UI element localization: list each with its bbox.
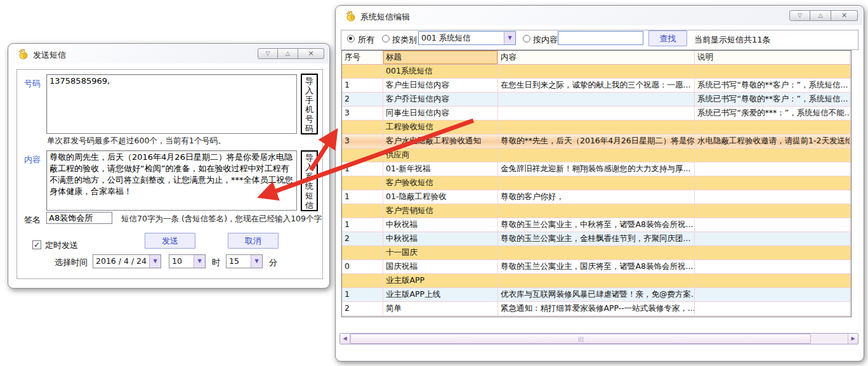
cell-no: 1 (342, 218, 383, 232)
schedule-checkbox[interactable]: ✓ (32, 240, 41, 249)
close-button[interactable]: ✕ (298, 48, 324, 59)
minimize-button[interactable]: ▽ (789, 10, 810, 21)
category-combobox[interactable]: 001 系统短信 ▼ (418, 31, 516, 45)
content-search-input[interactable] (558, 31, 643, 45)
hour-combobox[interactable]: 10 ▼ (169, 254, 206, 268)
message-row[interactable]: 101-新年祝福金兔辞旧祥龙迎新！翱翔装饰感谢您的大力支持与厚... (342, 162, 851, 176)
table-header-row: 序号 标题 内容 说明 (342, 51, 851, 65)
filter-category-radio[interactable] (382, 35, 390, 42)
category-row[interactable]: 客户验收短信 (342, 176, 851, 190)
system-sms-editor-window: 系统短信编辑 ▽ △ ✕ 所有 按类别 001 系统短信 ▼ 按内容 查找 当前… (335, 5, 864, 362)
cancel-button[interactable]: 取消 (228, 233, 279, 249)
cell-note: 水电隐蔽工程验收邀请，请提前1-2天发送给... (695, 134, 850, 148)
date-combobox[interactable]: 2016 / 4 / 24 ▼ (93, 254, 161, 268)
maximize-button[interactable]: △ (810, 10, 831, 21)
scroll-right-icon[interactable]: ▶ (848, 334, 858, 344)
cell-note (695, 288, 850, 302)
message-row[interactable]: 2中秋祝福尊敬的玉兰公寓业主，金桂飘香佳节到，齐聚同庆团... (342, 232, 851, 246)
cell-title: 客户水电隐蔽工程验收通知 (383, 134, 498, 148)
cell-note: 系统已书写“亲爱的***：”，系统短信不能... (695, 107, 850, 121)
column-header-title[interactable]: 标题 (383, 51, 498, 65)
minimize-button[interactable]: ▽ (258, 48, 278, 59)
cell-no: 2 (342, 302, 383, 316)
chevron-down-icon[interactable]: ▼ (149, 255, 161, 268)
column-header-content[interactable]: 内容 (498, 51, 695, 65)
cell-title: 中秋祝福 (383, 232, 498, 246)
maximize-button[interactable]: △ (278, 48, 298, 59)
chevron-down-icon[interactable]: ▼ (194, 255, 205, 268)
close-button[interactable]: ✕ (831, 10, 858, 21)
cell-title: 业主版APP上线 (383, 288, 498, 302)
horizontal-scrollbar[interactable]: ◀ ▶ (339, 333, 858, 344)
system-sms-table: 序号 标题 内容 说明 001系统短信1客户生日短信内容在您生日到来之际，诚挚的… (341, 50, 852, 317)
sms-content-input[interactable] (46, 150, 297, 211)
cell-no: 1 (342, 162, 383, 176)
scrollbar-track[interactable] (811, 334, 848, 344)
cell-note (695, 204, 850, 218)
schedule-checkbox-label: 定时发送 (45, 240, 78, 251)
cell-no: 2 (342, 93, 383, 107)
message-row[interactable]: 0国庆祝福尊敬的玉兰公寓业主，国庆将至，诸暨A8装饰会所祝... (342, 260, 851, 274)
cell-no: 1 (342, 288, 383, 302)
message-row[interactable]: 3客户水电隐蔽工程验收通知尊敬的**先生，后天（2016年4月26日星期二）将是… (342, 134, 851, 148)
cell-note: 系统已书写“尊敬的**客户：”，系统短信... (695, 79, 850, 93)
message-row[interactable]: 1业主版APP上线优衣库与互联网装修风暴已肆虐诸暨！亲，免@费方案... (342, 288, 851, 302)
category-row[interactable]: 供应商 (342, 148, 851, 162)
message-row[interactable]: 1中秋祝福尊敬的玉兰公寓业主，中秋将至，诸暨A8装饰会所祝... (342, 218, 851, 232)
editor-window-titlebar[interactable]: 系统短信编辑 ▽ △ ✕ (336, 6, 863, 25)
cell-no (342, 176, 383, 190)
cell-note (695, 246, 850, 260)
send-window-titlebar[interactable]: 发送短信 ▽ △ ✕ (9, 44, 329, 63)
cell-note (695, 121, 850, 134)
hour-value: 10 (169, 255, 194, 268)
cell-note (695, 162, 850, 176)
filter-content-label: 按内容 (533, 34, 558, 46)
chevron-down-icon[interactable]: ▼ (504, 32, 515, 44)
send-button[interactable]: 发送 (145, 233, 195, 249)
cell-content: 优衣库与互联网装修风暴已肆虐诸暨！亲，免@费方案... (498, 288, 695, 302)
column-header-no[interactable]: 序号 (342, 51, 383, 65)
cell-note (695, 190, 850, 204)
import-system-sms-button[interactable]: 导入系统短信 (301, 150, 318, 211)
category-row[interactable]: 工程验收短信 (342, 121, 851, 134)
import-phone-numbers-button[interactable]: 导入手机号码 (301, 74, 318, 134)
message-row[interactable]: 101-隐蔽工程验收尊敬的客户你好， (342, 190, 851, 204)
scroll-left-icon[interactable]: ◀ (340, 334, 350, 344)
scrollbar-thumb[interactable] (350, 334, 811, 344)
cell-content (498, 204, 695, 218)
select-time-label: 选择时间 (55, 257, 88, 268)
send-window-title: 发送短信 (33, 49, 66, 61)
cell-no (342, 65, 383, 79)
cell-no: 0 (342, 260, 383, 274)
filter-content-radio[interactable] (523, 35, 530, 42)
message-row[interactable]: 2简单紧急通知：精打细算爱家装修APP--一站式装修专家，... (342, 302, 851, 316)
message-row[interactable]: 3同事生日短信内容系统已书写“亲爱的***：”，系统短信不能... (342, 107, 851, 121)
cell-title: 同事生日短信内容 (383, 107, 498, 121)
signature-label: 签名 (24, 214, 41, 226)
cell-no (342, 148, 383, 162)
filter-all-radio[interactable] (347, 35, 355, 42)
cell-title: 国庆祝福 (383, 260, 498, 274)
category-row[interactable]: 客户营销短信 (342, 204, 851, 218)
phone-numbers-input[interactable] (46, 74, 297, 134)
message-row[interactable]: 2客户乔迁短信内容系统已书写“尊敬的**客户：”，系统短信... (342, 93, 851, 107)
category-row[interactable]: 十一国庆 (342, 246, 851, 260)
content-label: 内容 (24, 154, 41, 166)
column-header-note[interactable]: 说明 (695, 51, 850, 65)
cell-note (695, 260, 850, 274)
message-row[interactable]: 1客户生日短信内容在您生日到来之际，诚挚的献上我的三个祝愿：一愿...系统已书写… (342, 79, 851, 93)
signature-input[interactable] (46, 212, 112, 224)
chick-app-icon (345, 10, 357, 22)
category-row[interactable]: 001系统短信 (342, 65, 851, 79)
search-button[interactable]: 查找 (648, 30, 687, 46)
cell-title: 客户营销短信 (383, 204, 498, 218)
minute-combobox[interactable]: 15 ▼ (226, 254, 263, 268)
cell-content (498, 121, 695, 134)
cell-content (498, 148, 695, 162)
category-value: 001 系统短信 (419, 32, 504, 44)
cell-content: 在您生日到来之际，诚挚的献上我的三个祝愿：一愿... (498, 79, 695, 93)
filter-category-label: 按类别 (392, 34, 417, 46)
chevron-down-icon[interactable]: ▼ (251, 255, 262, 268)
cell-note (695, 176, 850, 190)
category-row[interactable]: 业主版APP (342, 274, 851, 288)
